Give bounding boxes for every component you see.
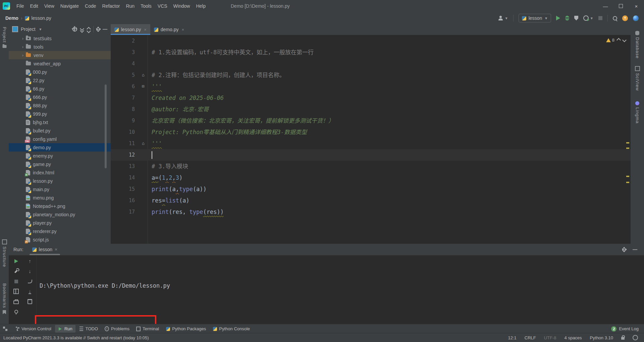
breadcrumb-project[interactable]: Demo — [5, 15, 18, 21]
locate-file-icon[interactable] — [72, 27, 77, 32]
code-line-3[interactable]: 3# 1.先设置编码，utf-8可支持中英文，如上，一般放在第一行 — [111, 47, 631, 58]
rerun-icon[interactable] — [14, 259, 18, 264]
layout-icon[interactable] — [13, 289, 19, 294]
update-available-button[interactable]: ↑ — [622, 15, 628, 21]
menu-item-help[interactable]: Help — [193, 0, 209, 12]
menu-item-code[interactable]: Code — [82, 0, 99, 12]
down-icon[interactable]: ↓ — [29, 269, 31, 274]
tree-item-Notepad++.png[interactable]: Notepad++.png — [9, 202, 111, 210]
tree-item-bjhg.txt[interactable]: bjhg.txt — [9, 118, 111, 126]
up-icon[interactable]: ↑ — [29, 259, 31, 264]
fold-marker-icon[interactable]: ⌂ — [140, 138, 146, 149]
tree-item-config.yaml[interactable]: config.yaml — [9, 135, 111, 143]
run-configuration-select[interactable]: lesson ▼ — [519, 14, 551, 22]
editor-tab-demo.py[interactable]: demo.py× — [150, 24, 188, 35]
code-line-7[interactable]: 7Created on 2025-06-06 — [111, 92, 631, 104]
tool-stripe-database[interactable]: Database — [631, 31, 644, 59]
run-button[interactable] — [556, 16, 560, 20]
stop-button[interactable] — [598, 16, 602, 20]
minimize-button[interactable]: — — [598, 0, 613, 12]
status-segment-python-3-10[interactable]: Python 3.10 — [590, 335, 613, 340]
close-icon[interactable]: × — [55, 247, 57, 252]
tree-item-weather_app[interactable]: weather_app — [9, 59, 111, 68]
trash-icon[interactable] — [28, 299, 32, 304]
debug-button[interactable] — [565, 16, 569, 20]
collapse-all-icon[interactable] — [87, 27, 91, 31]
editor-tab-lesson.py[interactable]: lesson.py× — [111, 24, 150, 35]
pin-icon[interactable] — [14, 309, 18, 314]
gear-icon[interactable] — [96, 27, 100, 31]
tree-item-666.py[interactable]: 666.py — [9, 93, 111, 101]
next-warning-icon[interactable] — [622, 38, 627, 42]
tree-item-testSuits[interactable]: ›testSuits — [9, 34, 111, 43]
scrollend-icon[interactable]: ↓ — [29, 289, 31, 294]
tool-window-button-version-control[interactable]: Version Control — [12, 325, 54, 333]
tree-chevron-icon[interactable]: › — [20, 44, 26, 49]
code-line-16[interactable]: 16res=list(a) — [111, 195, 631, 206]
tool-stripe-structure[interactable]: Structure — [0, 239, 9, 267]
tree-item-66.py[interactable]: 66.py — [9, 84, 111, 93]
tree-item-main.py[interactable]: main.py — [9, 185, 111, 193]
run-console[interactable]: D:\Python\python.exe D:/Demo/lesson.py (… — [40, 257, 644, 324]
expand-all-icon[interactable] — [80, 27, 84, 31]
tree-chevron-icon[interactable]: › — [20, 53, 26, 58]
menu-item-run[interactable]: Run — [123, 0, 138, 12]
tree-item-renderer.py[interactable]: renderer.py — [9, 227, 111, 235]
tree-chevron-icon[interactable]: › — [20, 36, 26, 41]
wrench-icon[interactable] — [15, 269, 17, 274]
menu-item-navigate[interactable]: Navigate — [57, 0, 82, 12]
maximize-button[interactable] — [613, 0, 629, 12]
close-button[interactable]: × — [629, 0, 644, 12]
close-icon[interactable]: × — [181, 27, 184, 32]
lock-icon[interactable] — [621, 337, 625, 340]
tree-item-tools[interactable]: ›tools — [9, 43, 111, 51]
tool-window-button-python-console[interactable]: Python Console — [210, 325, 253, 333]
tree-item-22.py[interactable]: 22.py — [9, 76, 111, 84]
tool-window-switcher-icon[interactable] — [3, 327, 7, 331]
fold-marker-icon[interactable]: ⌂ — [140, 69, 146, 81]
status-segment-utf-8[interactable]: UTF-8 — [544, 335, 556, 340]
gear-icon[interactable] — [622, 248, 626, 251]
chevron-down-icon[interactable]: ▼ — [39, 27, 42, 31]
tool-window-button-todo[interactable]: TODO — [76, 325, 101, 333]
code-editor[interactable]: 23# 1.先设置编码，utf-8可支持中英文，如上，一般放在第一行45⌂# 2… — [111, 35, 631, 244]
status-segment-4-spaces[interactable]: 4 spaces — [565, 335, 582, 340]
tree-item-lesson.py[interactable]: lesson.py — [9, 177, 111, 185]
run-with-coverage-button[interactable] — [574, 16, 578, 20]
user-menu-button[interactable]: ▼ — [498, 16, 508, 20]
status-message[interactable]: Localized PyCharm 2021.3.3 is available … — [3, 335, 149, 340]
hide-panel-icon[interactable]: — — [103, 26, 107, 32]
tool-stripe-sciview[interactable]: SciView — [631, 66, 644, 91]
stop-icon[interactable] — [14, 279, 18, 284]
code-line-11[interactable]: 11⌂''' — [111, 138, 631, 149]
tree-item-999.py[interactable]: 999.py — [9, 110, 111, 118]
event-log-button[interactable]: 2 Event Log — [611, 326, 644, 332]
reader-mode-icon[interactable] — [633, 335, 638, 340]
search-everywhere-button[interactable] — [613, 16, 617, 20]
tool-stripe-project[interactable]: Project — [0, 27, 9, 48]
code-line-17[interactable]: 17print(res, type(res)) — [111, 206, 631, 218]
menu-item-refactor[interactable]: Refactor — [99, 0, 123, 12]
printer-icon[interactable] — [13, 299, 19, 304]
run-tab[interactable]: lesson × — [28, 244, 62, 255]
profiler-button[interactable]: ▼ — [583, 15, 593, 21]
close-icon[interactable]: × — [144, 27, 147, 32]
code-line-12[interactable]: 12 — [111, 149, 631, 161]
tree-item-bullet.py[interactable]: bullet.py — [9, 126, 111, 135]
assistant-icon[interactable] — [633, 15, 639, 21]
tool-window-button-terminal[interactable]: Terminal — [133, 325, 162, 333]
menu-item-window[interactable]: Window — [170, 0, 193, 12]
tree-item-demo.py[interactable]: demo.py — [9, 143, 111, 152]
menu-item-file[interactable]: File — [13, 0, 27, 12]
tool-stripe-bookmarks[interactable]: Bookmarks — [0, 283, 9, 314]
tree-item-000.py[interactable]: 000.py — [9, 68, 111, 76]
inspections-widget[interactable]: 8 — [606, 38, 626, 43]
code-line-13[interactable]: 13# 3.导入模块 — [111, 161, 631, 172]
project-tree-scrollbar[interactable] — [105, 84, 107, 168]
tool-window-button-python-packages[interactable]: Python Packages — [163, 325, 209, 333]
tool-window-button-problems[interactable]: !Problems — [102, 325, 132, 333]
tree-item-enemy.py[interactable]: enemy.py — [9, 152, 111, 160]
tool-stripe-lingma[interactable]: Lingma — [631, 101, 644, 124]
tree-item-game.py[interactable]: game.py — [9, 160, 111, 168]
menu-item-view[interactable]: View — [41, 0, 57, 12]
